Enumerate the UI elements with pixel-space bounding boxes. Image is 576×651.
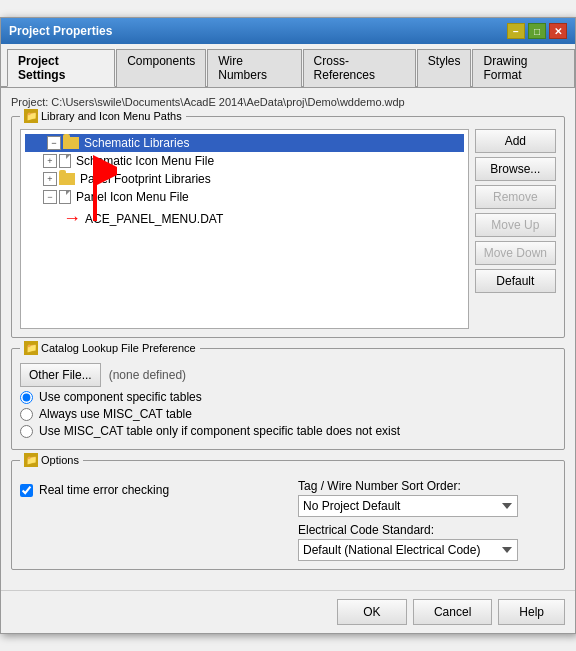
tree-item-ace-panel-menu[interactable]: → ACE_PANEL_MENU.DAT <box>25 206 464 231</box>
other-file-button[interactable]: Other File... <box>20 363 101 387</box>
options-section-label: 📁 Options <box>20 453 83 467</box>
project-path-row: Project: C:\Users\swile\Documents\AcadE … <box>11 96 565 108</box>
radio-use-component-label[interactable]: Use component specific tables <box>39 390 202 404</box>
real-time-label[interactable]: Real time error checking <box>39 483 169 497</box>
real-time-checkbox[interactable] <box>20 484 33 497</box>
expander-panel-footprint[interactable]: + <box>43 172 57 186</box>
options-inner: Real time error checking Tag / Wire Numb… <box>20 475 556 561</box>
library-section: 📁 Library and Icon Menu Paths − Schemati… <box>11 116 565 338</box>
panel-icon-menu-label: Panel Icon Menu File <box>76 190 189 204</box>
tab-components[interactable]: Components <box>116 49 206 87</box>
browse-button[interactable]: Browse... <box>475 157 556 181</box>
tab-project-settings[interactable]: Project Settings <box>7 49 115 87</box>
project-path-value: C:\Users\swile\Documents\AcadE 2014\AeDa… <box>51 96 404 108</box>
project-label: Project: <box>11 96 48 108</box>
tab-drawing-format[interactable]: Drawing Format <box>472 49 575 87</box>
tag-wire-dropdown[interactable]: No Project Default Sequential Reference … <box>298 495 518 517</box>
tab-cross-references[interactable]: Cross-References <box>303 49 416 87</box>
schematic-icon-menu-label: Schematic Icon Menu File <box>76 154 214 168</box>
default-button[interactable]: Default <box>475 269 556 293</box>
main-window: Project Properties − □ ✕ Project Setting… <box>0 17 576 634</box>
radio-use-misc-only-input[interactable] <box>20 425 33 438</box>
tree-panel[interactable]: − Schematic Libraries + Schematic Icon M… <box>20 129 469 329</box>
tree-item-schematic-libraries[interactable]: − Schematic Libraries <box>25 134 464 152</box>
catalog-icon: 📁 <box>24 341 38 355</box>
remove-button[interactable]: Remove <box>475 185 556 209</box>
folder-icon-schematic <box>63 137 79 149</box>
catalog-section-label: 📁 Catalog Lookup File Preference <box>20 341 200 355</box>
window-title: Project Properties <box>9 24 112 38</box>
add-button[interactable]: Add <box>475 129 556 153</box>
close-button[interactable]: ✕ <box>549 23 567 39</box>
options-left: Real time error checking <box>20 475 278 561</box>
tree-item-panel-icon-menu[interactable]: − Panel Icon Menu File <box>25 188 464 206</box>
radio-always-misc-label[interactable]: Always use MISC_CAT table <box>39 407 192 421</box>
title-bar: Project Properties − □ ✕ <box>1 18 575 44</box>
expander-schematic-icon[interactable]: + <box>43 154 57 168</box>
radio-always-misc: Always use MISC_CAT table <box>20 407 556 421</box>
minimize-button[interactable]: − <box>507 23 525 39</box>
title-bar-buttons: − □ ✕ <box>507 23 567 39</box>
radio-use-misc-only: Use MISC_CAT table only if component spe… <box>20 424 556 438</box>
move-up-button[interactable]: Move Up <box>475 213 556 237</box>
options-label: Options <box>41 454 79 466</box>
cancel-button[interactable]: Cancel <box>413 599 492 625</box>
footer: OK Cancel Help <box>1 590 575 633</box>
maximize-button[interactable]: □ <box>528 23 546 39</box>
arrow-icon: → <box>63 208 81 229</box>
expander-schematic-libraries[interactable]: − <box>47 136 61 150</box>
catalog-controls: Other File... (none defined) <box>20 363 556 387</box>
move-down-button[interactable]: Move Down <box>475 241 556 265</box>
options-right: Tag / Wire Number Sort Order: No Project… <box>298 479 556 561</box>
file-icon-schematic-icon <box>59 154 71 168</box>
electrical-code-section: Electrical Code Standard: Default (Natio… <box>298 523 556 561</box>
tree-item-panel-footprint[interactable]: + Panel Footprint Libraries <box>25 170 464 188</box>
file-icon-panel-icon <box>59 190 71 204</box>
options-icon: 📁 <box>24 453 38 467</box>
radio-use-component-input[interactable] <box>20 391 33 404</box>
tag-wire-section: Tag / Wire Number Sort Order: No Project… <box>298 479 556 517</box>
catalog-section: 📁 Catalog Lookup File Preference Other F… <box>11 348 565 450</box>
real-time-error-row: Real time error checking <box>20 483 278 497</box>
options-section: 📁 Options Real time error checking Tag /… <box>11 460 565 570</box>
tree-item-schematic-icon-menu[interactable]: + Schematic Icon Menu File <box>25 152 464 170</box>
folder-icon-panel-footprint <box>59 173 75 185</box>
tag-wire-label: Tag / Wire Number Sort Order: <box>298 479 556 493</box>
radio-use-component: Use component specific tables <box>20 390 556 404</box>
catalog-content: Other File... (none defined) Use compone… <box>20 363 556 438</box>
panel-footprint-label: Panel Footprint Libraries <box>80 172 211 186</box>
radio-use-misc-only-label[interactable]: Use MISC_CAT table only if component spe… <box>39 424 400 438</box>
electrical-code-dropdown[interactable]: Default (National Electrical Code) IEC C… <box>298 539 518 561</box>
radio-always-misc-input[interactable] <box>20 408 33 421</box>
schematic-libraries-label: Schematic Libraries <box>84 136 189 150</box>
ace-panel-menu-label: ACE_PANEL_MENU.DAT <box>85 212 223 226</box>
tab-styles[interactable]: Styles <box>417 49 472 87</box>
help-button[interactable]: Help <box>498 599 565 625</box>
library-icon: 📁 <box>24 109 38 123</box>
library-section-label: 📁 Library and Icon Menu Paths <box>20 109 186 123</box>
tab-content: Project: C:\Users\swile\Documents\AcadE … <box>1 88 575 590</box>
expander-panel-icon[interactable]: − <box>43 190 57 204</box>
none-defined-label: (none defined) <box>109 368 186 382</box>
tab-wire-numbers[interactable]: Wire Numbers <box>207 49 301 87</box>
tree-area: − Schematic Libraries + Schematic Icon M… <box>20 129 556 329</box>
ok-button[interactable]: OK <box>337 599 407 625</box>
tree-action-buttons: Add Browse... Remove Move Up Move Down D… <box>475 129 556 329</box>
tab-bar: Project Settings Components Wire Numbers… <box>1 44 575 88</box>
electrical-code-label: Electrical Code Standard: <box>298 523 556 537</box>
